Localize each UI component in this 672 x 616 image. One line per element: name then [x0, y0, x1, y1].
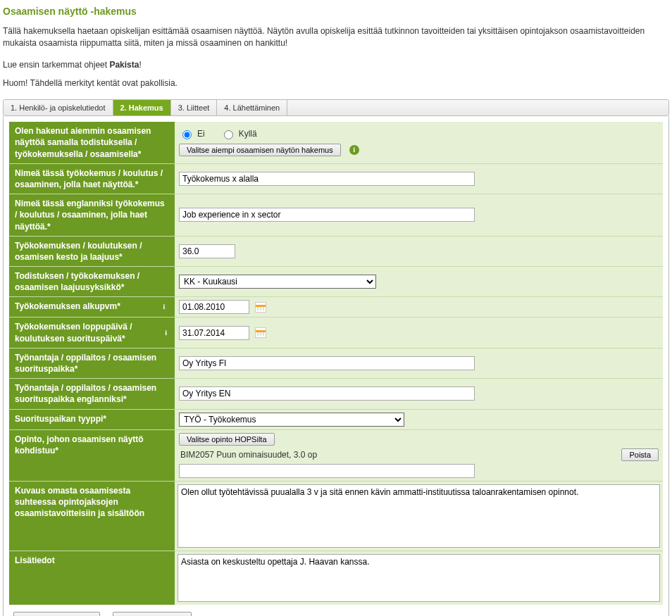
- radio-yes-label[interactable]: Kyllä: [220, 128, 257, 139]
- start-date-input[interactable]: [179, 300, 249, 314]
- place-type-select[interactable]: TYÖ - Työkokemus: [179, 413, 404, 427]
- info-icon[interactable]: [163, 328, 169, 338]
- duration-input[interactable]: [179, 244, 235, 258]
- employer-fi-input[interactable]: [179, 356, 475, 370]
- intro-block: Tällä hakemuksella haetaan opiskelijan e…: [3, 25, 669, 89]
- name-en-input[interactable]: [179, 208, 475, 222]
- label-start-date: Työkokemuksen alkupvm*: [9, 297, 175, 317]
- save-button[interactable]: Tallenna hakemus: [13, 612, 100, 616]
- calendar-icon[interactable]: [255, 327, 266, 338]
- tab-attachments[interactable]: 3. Liitteet: [171, 100, 218, 115]
- radio-no-label[interactable]: Ei: [179, 128, 205, 139]
- radio-yes[interactable]: [224, 130, 233, 139]
- bottom-button-row: Tallenna hakemus Poista hakemus: [9, 605, 663, 616]
- page-title: Osaamisen näyttö -hakemus: [3, 6, 669, 17]
- label-name-fi: Nimeä tässä työkokemus / koulutus / osaa…: [9, 164, 175, 194]
- tab-application[interactable]: 2. Hakemus: [113, 100, 171, 115]
- calendar-icon[interactable]: [255, 302, 266, 313]
- label-employer-en: Työnantaja / oppilaitos / osaamisen suor…: [9, 379, 175, 408]
- intro-paragraph-2: Lue ensin tarkemmat ohjeet Pakista!: [3, 59, 669, 71]
- unit-select[interactable]: KK - Kuukausi: [179, 275, 376, 289]
- name-fi-input[interactable]: [179, 172, 475, 186]
- description-textarea[interactable]: [178, 484, 660, 548]
- tab-send[interactable]: 4. Lähettäminen: [217, 100, 287, 115]
- label-employer-fi: Työnantaja / oppilaitos / osaamisen suor…: [9, 348, 175, 378]
- label-extra: Lisätiedot: [9, 551, 175, 605]
- form-panel: Olen hakenut aiemmin osaamisen näyttöä s…: [3, 116, 669, 616]
- study-item-text: BIM2057 Puun ominaisuudet, 3.0 op: [179, 450, 317, 460]
- label-study: Opinto, johon osaamisen näyttö kohdistuu…: [9, 430, 175, 481]
- radio-no[interactable]: [182, 130, 192, 139]
- label-end-date: Työkokemuksen loppupäivä / koulutuksen s…: [9, 318, 175, 347]
- label-description: Kuvaus omasta osaamisesta suhteessa opin…: [9, 482, 175, 551]
- end-date-input[interactable]: [179, 326, 249, 340]
- intro-paragraph-1: Tällä hakemuksella haetaan opiskelijan e…: [3, 25, 669, 49]
- info-icon[interactable]: [159, 302, 169, 312]
- delete-button[interactable]: Poista hakemus: [113, 612, 192, 616]
- study-extra-input[interactable]: [179, 464, 475, 478]
- pick-study-button[interactable]: Valitse opinto HOPSilta: [179, 433, 275, 446]
- label-duration: Työkokemuksen / koulutuksen / osamisen k…: [9, 237, 175, 266]
- pick-previous-button[interactable]: Valitse aiempi osaamisen näytön hakemus: [179, 144, 341, 156]
- tab-bar: 1. Henkilö- ja opiskelutiedot 2. Hakemus…: [3, 99, 669, 116]
- employer-en-input[interactable]: [179, 386, 475, 401]
- extra-textarea[interactable]: [178, 554, 660, 602]
- label-unit: Todistuksen / työkokemuksen / osaamisen …: [9, 267, 175, 296]
- previous-application-radio-group: Ei Kyllä: [179, 128, 659, 139]
- info-icon[interactable]: [349, 145, 359, 155]
- label-name-en: Nimeä tässä englanniksi työkokemus / kou…: [9, 194, 175, 236]
- label-place-type: Suorituspaikan tyyppi*: [9, 410, 175, 429]
- label-previous-application: Olen hakenut aiemmin osaamisen näyttöä s…: [9, 122, 175, 163]
- tab-personal[interactable]: 1. Henkilö- ja opiskelutiedot: [4, 100, 113, 115]
- intro-paragraph-3: Huom! Tähdellä merkityt kentät ovat pako…: [3, 77, 669, 89]
- remove-study-button[interactable]: Poista: [621, 448, 659, 461]
